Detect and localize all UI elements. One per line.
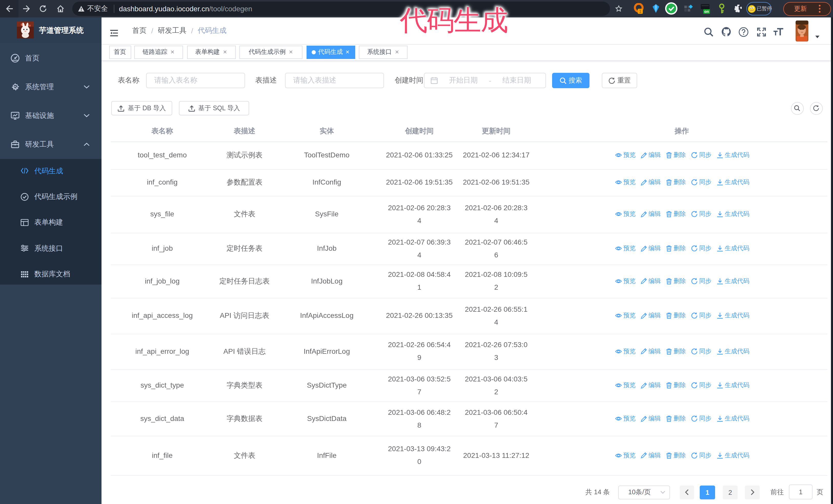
svg-text:on: on	[704, 9, 709, 14]
svg-text:1: 1	[639, 9, 642, 14]
